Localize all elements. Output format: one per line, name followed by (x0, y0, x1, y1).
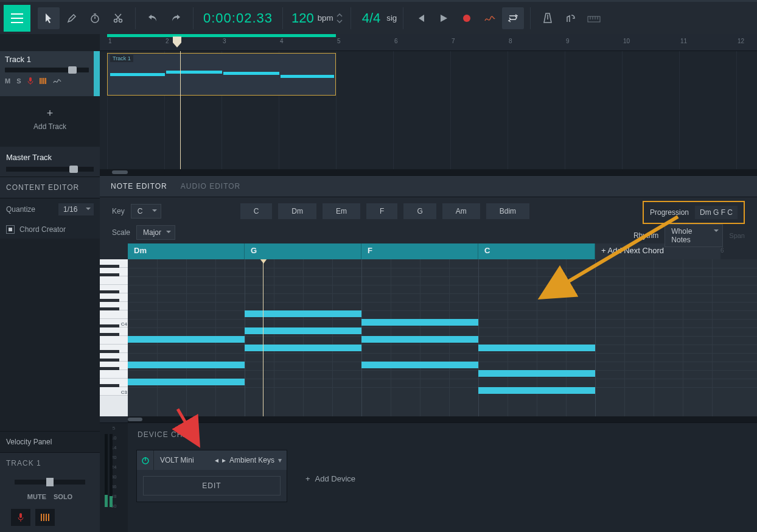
device-box[interactable]: VOLT Mini ◂ ▸ Ambient Keys ▾ EDIT (136, 450, 287, 502)
preset-name[interactable]: Ambient Keys (229, 456, 274, 464)
midi-note[interactable] (245, 345, 361, 351)
track-automation-icon[interactable] (53, 78, 61, 84)
rhythm-select[interactable]: Whole Notes (665, 224, 723, 247)
midi-note[interactable] (128, 379, 245, 385)
pointer-tool[interactable] (38, 7, 60, 29)
tuning-button[interactable] (560, 7, 582, 29)
midi-note[interactable] (361, 319, 478, 326)
svg-rect-4 (29, 77, 32, 82)
preset-prev-icon[interactable]: ◂ (215, 456, 218, 464)
track-solo-button[interactable]: SOLO (54, 493, 72, 500)
device-chain-header: DEVICE CHAIN (128, 423, 757, 446)
track-name: Track 1 (5, 55, 89, 64)
editor-scrollbar[interactable] (128, 416, 757, 422)
pencil-tool[interactable] (61, 7, 83, 29)
undo-button[interactable] (142, 7, 164, 29)
to-start-button[interactable] (410, 7, 431, 29)
record-button[interactable] (456, 7, 478, 29)
master-volume-slider[interactable] (6, 167, 94, 172)
bpm-value[interactable]: 120 (289, 10, 316, 26)
menu-button[interactable] (4, 5, 30, 32)
cut-tool[interactable] (107, 7, 129, 29)
midi-keyboard-button[interactable] (583, 7, 605, 29)
timer-tool[interactable] (84, 7, 106, 29)
ruler-tick: 6 (394, 38, 398, 44)
tab-note-editor[interactable]: NOTE EDITOR (111, 182, 167, 191)
piano-roll-grid[interactable] (128, 259, 757, 416)
master-track[interactable]: Master Track (0, 147, 100, 177)
chord-button[interactable]: G (403, 203, 436, 219)
add-track-label: Add Track (33, 122, 66, 131)
bpm-label: bpm (318, 13, 333, 23)
device-power-button[interactable] (137, 450, 154, 470)
add-device-button[interactable]: + Add Device (305, 474, 355, 483)
playhead[interactable] (180, 51, 181, 169)
chord-button[interactable]: Bdim (486, 203, 529, 219)
track-solo[interactable]: S (16, 77, 21, 85)
playhead-handle[interactable] (173, 37, 181, 49)
loop-region[interactable] (107, 34, 336, 37)
track-pan-slider[interactable] (15, 480, 85, 485)
track-mute[interactable]: M (5, 77, 10, 85)
add-track-button[interactable]: + Add Track (0, 96, 100, 139)
device-edit-button[interactable]: EDIT (143, 476, 281, 495)
piano-keys[interactable]: C4 C3 (100, 259, 128, 416)
tab-audio-editor[interactable]: AUDIO EDITOR (181, 182, 240, 191)
preset-next-icon[interactable]: ▸ (222, 456, 226, 464)
ruler-tick: 11 (680, 38, 687, 44)
chord-slot[interactable]: Dm (128, 243, 245, 259)
progression-input[interactable]: Dm G F C (695, 206, 738, 219)
arrangement-area[interactable]: Track 1 (100, 51, 757, 169)
plus-icon: + (0, 107, 100, 120)
track-arm-icon[interactable] (27, 77, 33, 85)
midi-note[interactable] (128, 336, 245, 343)
editor-playhead[interactable] (263, 259, 263, 416)
velocity-panel-label[interactable]: Velocity Panel (0, 431, 100, 452)
midi-clip[interactable]: Track 1 (107, 53, 336, 96)
track-volume-slider[interactable] (5, 68, 89, 72)
ruler-tick: 12 (738, 38, 744, 44)
track-instrument-button[interactable] (35, 509, 55, 526)
track-header[interactable]: Track 1 M S (0, 51, 100, 96)
ruler-tick: 9 (566, 38, 570, 44)
track-mute-button[interactable]: MUTE (27, 493, 46, 500)
ruler-tick: 10 (623, 38, 630, 44)
midi-note[interactable] (245, 327, 361, 334)
chord-button[interactable]: Em (323, 203, 360, 219)
redo-button[interactable] (165, 7, 187, 29)
loop-button[interactable] (502, 7, 524, 29)
track-arm-button[interactable] (11, 509, 30, 526)
db-tick: 5 (113, 425, 115, 435)
octave-label: C3 (121, 390, 127, 395)
midi-note[interactable] (245, 310, 361, 317)
chevron-down-icon[interactable]: ▾ (278, 456, 282, 464)
chord-slot[interactable]: G (245, 243, 361, 259)
ruler-tick: 7 (452, 38, 455, 44)
midi-note[interactable] (478, 370, 595, 377)
timeline-ruler[interactable]: 1 2 3 4 5 6 7 8 9 10 11 12 (100, 34, 757, 51)
midi-note[interactable] (361, 336, 478, 343)
midi-note[interactable] (361, 362, 478, 368)
chord-button[interactable]: Dm (278, 203, 316, 219)
track-instrument-icon[interactable] (40, 77, 47, 85)
midi-note[interactable] (478, 387, 595, 394)
scale-select[interactable]: Major (136, 225, 175, 240)
chord-slot[interactable]: F (361, 243, 478, 259)
chord-slot[interactable]: C (478, 243, 595, 259)
quantize-select[interactable]: 1/16 (58, 203, 94, 215)
key-select[interactable]: C (131, 204, 161, 219)
automation-button[interactable] (479, 7, 501, 29)
chord-creator-toggle[interactable]: Chord Creator (0, 220, 100, 239)
chord-button[interactable]: F (366, 203, 397, 219)
play-button[interactable] (433, 7, 455, 29)
midi-note[interactable] (478, 345, 595, 351)
time-sig-value[interactable]: 4/4 (357, 10, 386, 26)
arrangement-scrollbar[interactable] (100, 169, 757, 175)
chord-button[interactable]: C (240, 203, 273, 219)
bpm-stepper[interactable] (335, 7, 344, 29)
metronome-button[interactable] (537, 7, 559, 29)
midi-note[interactable] (128, 362, 245, 368)
chord-button[interactable]: Am (442, 203, 480, 219)
ruler-tick: 3 (223, 38, 226, 44)
quantize-label: Quantize (6, 205, 35, 214)
